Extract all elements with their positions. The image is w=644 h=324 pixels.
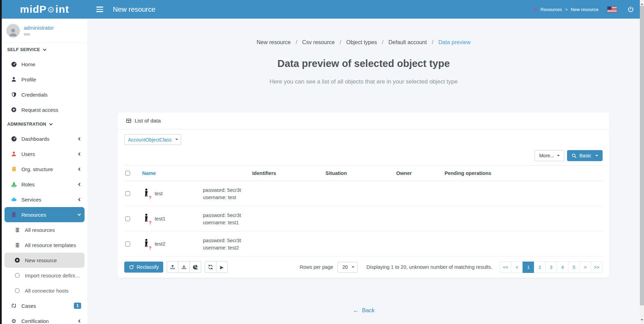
item-label: Resources <box>21 212 46 218</box>
item-label: Request access <box>21 107 58 113</box>
identifier-username: username: test1 <box>203 219 239 226</box>
chevron-down-icon <box>49 122 53 126</box>
cell-identifiers: password: 5ecr3t username: test2 <box>203 237 325 251</box>
row-checkbox[interactable] <box>125 242 130 246</box>
section-administration[interactable]: ADMINISTRATION <box>2 117 87 131</box>
breadcrumb-current-link[interactable]: New resource <box>571 7 598 12</box>
cell-identifiers: password: 5ecr3t username: test <box>203 187 325 201</box>
sidebar-item-dashboards[interactable]: Dashboards <box>2 131 87 146</box>
basic-search-button[interactable]: Basic <box>567 150 603 161</box>
item-label: Org. structure <box>21 166 53 172</box>
classification-add-button[interactable] <box>189 261 201 273</box>
identifier-password: password: 5ecr3t <box>203 212 241 219</box>
download-button[interactable] <box>178 261 190 273</box>
wizard-separator: / <box>340 39 341 45</box>
sidebar-item-all-connector-hosts[interactable]: All connector hosts <box>2 283 87 298</box>
avatar[interactable] <box>7 24 20 37</box>
logout-power-button[interactable] <box>627 6 634 13</box>
user-name-link[interactable]: administrator <box>24 25 54 31</box>
page-prev-button[interactable]: < <box>511 262 523 273</box>
logo-box: midP⚙int <box>2 0 87 19</box>
left-arrow-icon: ← <box>353 307 359 314</box>
chevron-down-icon <box>43 48 46 51</box>
table-row[interactable]: ? test password: 5ecr3t username: test <box>124 181 603 206</box>
page-4-button[interactable]: 4 <box>557 262 568 273</box>
language-flag-button[interactable] <box>607 7 617 12</box>
page-first-button[interactable]: << <box>500 262 511 273</box>
page-5-button[interactable]: 5 <box>568 262 580 273</box>
topbar: midP⚙int New resource Resources > New re… <box>2 0 640 19</box>
page-title: Data preview of selected object type <box>87 58 640 69</box>
cell-identifiers: password: 5ecr3t username: test1 <box>203 212 325 226</box>
menu-toggle-button[interactable] <box>96 7 103 12</box>
cell-name: test1 <box>155 216 203 222</box>
sidebar-item-users[interactable]: Users <box>2 146 87 161</box>
scroll-up-arrow[interactable] <box>641 2 643 5</box>
play-button[interactable]: ▶ <box>216 261 228 273</box>
search-icon <box>572 153 577 158</box>
wizard-step-data-preview[interactable]: Data preview <box>438 39 470 45</box>
sidebar-item-profile[interactable]: Profile <box>2 72 87 87</box>
sidebar-item-all-resource-templates[interactable]: All resource templates <box>2 237 87 253</box>
basic-search-label: Basic <box>579 153 591 158</box>
table-footer: Reclassify <box>124 257 603 273</box>
wizard-step-new-resource[interactable]: New resource <box>257 39 291 45</box>
user-subtitle: sss <box>24 32 54 37</box>
logo-text-right: int <box>56 3 69 15</box>
rotate-icon <box>129 265 134 270</box>
shadow-account-icon: ? <box>143 239 150 249</box>
object-class-select[interactable]: AccountObjectClass <box>124 134 181 145</box>
column-header-name[interactable]: Name <box>140 170 203 176</box>
wizard-step-object-types[interactable]: Object types <box>346 39 377 45</box>
database-icon <box>14 227 20 233</box>
section-self-service[interactable]: SELF SERVICE <box>2 43 87 57</box>
page-next-button[interactable]: > <box>579 262 591 273</box>
sidebar-item-import-resource-definition[interactable]: Import resource definit… <box>2 268 87 283</box>
wizard-step-csv-resource[interactable]: Csv resource <box>302 39 335 45</box>
sidebar-item-org-structure[interactable]: Org. structure <box>2 161 87 177</box>
sidebar-item-cases[interactable]: Cases 1 <box>2 298 87 313</box>
sidebar-item-services[interactable]: Services <box>2 192 87 207</box>
sidebar-item-home[interactable]: Home <box>2 57 87 72</box>
sidebar-item-roles[interactable]: Roles <box>2 177 87 192</box>
card-header: List of data <box>117 112 609 129</box>
upload-button[interactable] <box>167 261 178 273</box>
back-link-wrap: ←Back <box>87 307 640 314</box>
midpoint-logo[interactable]: midP⚙int <box>20 3 69 15</box>
wizard-breadcrumb: New resource / Csv resource / Object typ… <box>87 19 640 46</box>
row-checkbox[interactable] <box>125 191 130 196</box>
back-link[interactable]: ←Back <box>353 307 375 313</box>
flag-canton <box>607 7 612 10</box>
rows-per-page-select[interactable]: 20 <box>338 262 358 273</box>
table-row[interactable]: ? test1 password: 5ecr3t username: test1 <box>124 206 603 232</box>
breadcrumb-resources-link[interactable]: Resources <box>540 7 562 12</box>
sidebar-item-resources[interactable]: Resources <box>4 207 85 222</box>
column-header-owner: Owner <box>396 170 445 176</box>
row-checkbox[interactable] <box>125 216 130 221</box>
page-1-button[interactable]: 1 <box>523 262 534 273</box>
more-button[interactable]: More... <box>535 150 564 161</box>
scrollbar-thumb[interactable] <box>640 6 644 305</box>
scroll-down-arrow[interactable] <box>641 319 643 322</box>
sidebar-item-credentials[interactable]: Credentials <box>2 87 87 102</box>
page-2-button[interactable]: 2 <box>534 262 546 273</box>
sidebar-item-certification[interactable]: ⚙ Certification <box>2 313 87 324</box>
cell-name: test2 <box>155 241 203 247</box>
import-export-button-group <box>167 261 201 273</box>
play-icon: ▶ <box>220 265 224 269</box>
select-all-checkbox[interactable] <box>125 171 130 176</box>
sidebar-item-new-resource[interactable]: New resource <box>4 253 85 268</box>
shadow-account-icon: ? <box>143 188 150 199</box>
reclassify-button[interactable]: Reclassify <box>124 262 163 273</box>
item-label: Users <box>21 151 35 157</box>
table-row[interactable]: ? test2 password: 5ecr3t username: test2 <box>124 232 603 257</box>
page-last-button[interactable]: >> <box>591 262 603 273</box>
wizard-step-default-account[interactable]: Default account <box>389 39 427 45</box>
page-3-button[interactable]: 3 <box>545 262 557 273</box>
column-header-pending-operations: Pending operations <box>445 170 603 176</box>
refresh-button[interactable] <box>205 261 216 273</box>
sidebar-item-request-access[interactable]: Request access <box>2 102 87 117</box>
sidebar-item-all-resources[interactable]: All resources <box>2 222 87 237</box>
logo-gear-icon: ⚙ <box>47 5 55 15</box>
vertical-scrollbar[interactable] <box>640 0 644 324</box>
